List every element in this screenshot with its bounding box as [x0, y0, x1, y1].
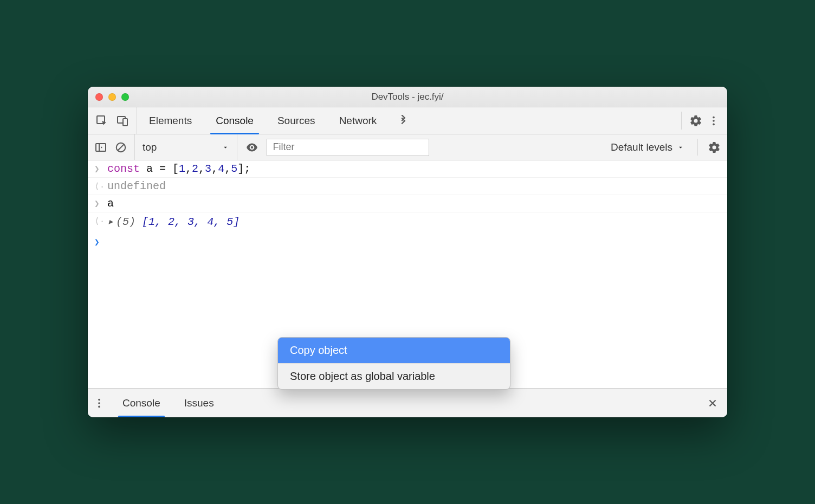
chevron-down-icon [677, 144, 684, 151]
svg-point-8 [98, 398, 100, 400]
console-input-row: ❯ a [88, 195, 727, 212]
tab-sources[interactable]: Sources [266, 107, 327, 134]
svg-point-4 [713, 120, 715, 122]
console-array-result[interactable]: ▸(5) [1, 2, 3, 4, 5] [107, 215, 721, 228]
console-toolbar: top Default levels [88, 134, 727, 160]
drawer-menu-icon[interactable] [88, 389, 111, 417]
menu-item-store-global[interactable]: Store object as global variable [278, 363, 510, 389]
levels-label: Default levels [611, 141, 672, 153]
drawer: Console Issues [88, 388, 727, 417]
output-chevron-icon: ⟨· [94, 180, 107, 192]
settings-icon[interactable] [689, 114, 702, 127]
console-code[interactable]: a [107, 197, 721, 210]
drawer-tab-issues[interactable]: Issues [172, 389, 226, 417]
execution-context-selector[interactable]: top [134, 134, 237, 160]
expand-triangle-icon[interactable]: ▸ [107, 215, 116, 228]
svg-point-9 [98, 402, 100, 404]
live-expression-icon[interactable] [245, 140, 259, 154]
tab-console[interactable]: Console [204, 107, 266, 134]
output-chevron-icon: ⟨· [94, 215, 107, 227]
context-menu: Copy object Store object as global varia… [277, 337, 510, 390]
panel-tabs: Elements Console Sources Network [137, 107, 389, 134]
kebab-menu-icon[interactable] [708, 115, 720, 127]
svg-point-3 [713, 116, 715, 118]
console-sidebar-toggle-icon[interactable] [94, 141, 107, 154]
tab-elements[interactable]: Elements [137, 107, 204, 134]
device-toolbar-icon[interactable] [116, 114, 129, 127]
prompt-chevron-icon: ❯ [94, 236, 107, 248]
console-output: ❯ const a = [1,2,3,4,5]; ⟨· undefined ❯ … [88, 160, 727, 388]
console-settings-icon[interactable] [708, 141, 721, 154]
tab-network[interactable]: Network [327, 107, 389, 134]
more-tabs-button[interactable] [389, 107, 418, 134]
svg-point-10 [98, 405, 100, 408]
input-chevron-icon: ❯ [94, 163, 107, 175]
filter-input[interactable] [267, 139, 429, 156]
context-label: top [143, 141, 157, 153]
log-levels-selector[interactable]: Default levels [611, 141, 688, 153]
console-result-row: ⟨· undefined [88, 178, 727, 195]
drawer-close-icon[interactable] [698, 389, 727, 417]
chevron-down-icon [222, 144, 229, 151]
drawer-tab-console[interactable]: Console [111, 389, 172, 417]
input-chevron-icon: ❯ [94, 197, 107, 209]
main-toolbar: Elements Console Sources Network [88, 107, 727, 134]
console-result-row: ⟨· ▸(5) [1, 2, 3, 4, 5] [88, 212, 727, 230]
console-code[interactable]: const a = [1,2,3,4,5]; [107, 163, 721, 175]
svg-rect-2 [123, 119, 127, 126]
menu-item-copy-object[interactable]: Copy object [278, 338, 510, 363]
svg-point-5 [713, 123, 715, 125]
drawer-tabs: Console Issues [111, 389, 226, 417]
console-prompt-row[interactable]: ❯ [88, 230, 727, 250]
console-input-row: ❯ const a = [1,2,3,4,5]; [88, 160, 727, 178]
console-result: undefined [107, 180, 721, 192]
devtools-window: DevTools - jec.fyi/ Elements Console Sou… [88, 87, 727, 417]
window-titlebar: DevTools - jec.fyi/ [88, 87, 727, 107]
window-title: DevTools - jec.fyi/ [88, 92, 727, 102]
clear-console-icon[interactable] [115, 141, 127, 153]
inspect-element-icon[interactable] [95, 114, 108, 127]
